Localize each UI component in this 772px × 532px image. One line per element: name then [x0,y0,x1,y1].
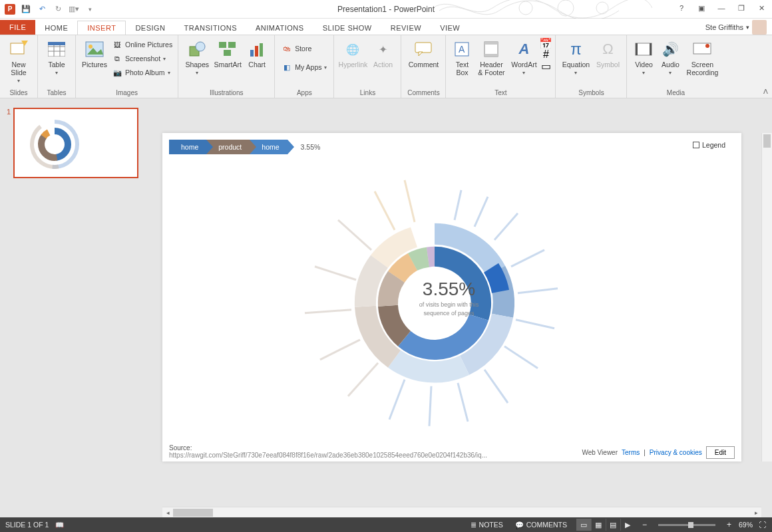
normal-view-button[interactable]: ▭ [576,519,591,531]
svg-rect-30 [650,43,652,55]
video-button[interactable]: Video▾ [631,38,656,77]
svg-line-52 [315,267,356,280]
scrollbar-thumb[interactable] [173,509,213,517]
photo-album-button[interactable]: 📷Photo Album ▾ [110,66,174,79]
group-media: Video▾ 🔊Audio▾ Screen Recording Media [627,35,724,98]
scroll-right-icon[interactable]: ▸ [751,507,761,518]
text-box-icon: A [452,39,472,59]
thumbnail-preview [13,108,138,178]
zoom-thumb[interactable] [688,522,693,528]
user-avatar [752,20,767,35]
screen-recording-button[interactable]: Screen Recording [684,38,720,78]
fit-to-window-button[interactable]: ⛶ [759,521,767,529]
svg-rect-20 [260,43,263,57]
slideshow-view-button[interactable]: ▶ [620,519,635,531]
close-button[interactable]: ✕ [752,1,771,15]
pictures-icon [85,39,104,59]
decorative-swirl [426,0,652,19]
scrollbar-thumb[interactable] [763,134,771,148]
edit-button[interactable]: Edit [706,446,735,459]
slide-sorter-button[interactable]: ▦ [591,519,606,531]
thumbnail-1[interactable]: 1 [7,108,148,178]
notes-button[interactable]: ≣NOTES [468,521,506,529]
tab-design[interactable]: DESIGN [126,21,174,35]
view-buttons: ▭ ▦ ▤ ▶ [576,519,635,531]
online-pictures-icon: 🖼 [112,39,122,50]
group-links: 🌐Hyperlink ✦Action Links [334,35,401,98]
undo-icon[interactable]: ↶ [35,2,49,17]
new-slide-button[interactable]: New Slide ▾ [4,38,33,85]
online-pictures-button[interactable]: 🖼Online Pictures [110,38,174,51]
legend-toggle[interactable]: Legend [693,141,725,149]
audio-button[interactable]: 🔊Audio▾ [658,38,683,77]
reading-view-button[interactable]: ▤ [606,519,620,531]
slide-thumbnail-pane[interactable]: 1 [0,98,154,517]
store-button[interactable]: 🛍Store [280,42,328,55]
save-icon[interactable]: 💾 [19,2,33,17]
slide-content[interactable]: home product home 3.55% Legend [162,133,741,462]
account-picker[interactable]: Ste Griffiths ▾ [705,20,767,35]
horizontal-scrollbar[interactable]: ◂ ▸ [162,507,761,517]
date-time-icon[interactable]: 📅 [540,38,551,49]
tab-animations[interactable]: ANIMATIONS [246,21,313,35]
zoom-level[interactable]: 69% [739,521,753,529]
scrollbar-track[interactable] [173,507,751,518]
zoom-slider[interactable] [658,524,715,526]
my-apps-button[interactable]: ◧My Apps ▾ [280,61,328,74]
svg-line-47 [429,386,431,426]
spell-check-icon[interactable]: 📖 [55,521,64,529]
checkbox-icon [693,142,699,148]
help-icon[interactable]: ? [672,1,691,15]
svg-line-41 [511,250,544,267]
symbol-icon: Ω [598,39,618,59]
powerpoint-logo-icon: P [3,2,17,17]
restore-button[interactable]: ❐ [732,1,751,15]
collapse-ribbon-icon[interactable]: ᐱ [763,88,768,95]
svg-rect-21 [415,43,431,53]
tab-home[interactable]: HOME [35,21,77,35]
svg-rect-26 [484,42,498,45]
group-tables: Table ▾ Tables [38,35,76,98]
start-from-beginning-icon[interactable]: ▥▾ [67,2,81,17]
svg-line-55 [405,180,415,222]
equation-button[interactable]: πEquation▾ [560,38,592,77]
ribbon-display-options-icon[interactable]: ▣ [692,1,711,15]
vertical-scrollbar[interactable] [761,133,772,462]
zoom-out-button[interactable]: − [642,520,648,529]
qat-customize-icon[interactable]: ▾ [83,2,97,17]
crumb-home[interactable]: home [169,140,206,154]
screenshot-button[interactable]: ⧉Screenshot ▾ [110,52,174,65]
svg-point-1 [558,0,574,16]
scroll-left-icon[interactable]: ◂ [162,507,173,518]
wordart-button[interactable]: AWordArt▾ [508,38,539,77]
shapes-button[interactable]: Shapes▾ [182,38,212,77]
source-url: https://rawgit.com/SteGriff/730e7eeaf084… [169,452,487,459]
text-box-button[interactable]: AText Box [450,38,474,78]
comments-button[interactable]: 💬COMMENTS [512,521,570,529]
tab-insert[interactable]: INSERT [77,21,126,35]
comment-button[interactable]: Comment [405,38,441,70]
header-footer-button[interactable]: Header & Footer [475,38,507,78]
terms-link[interactable]: Terms [622,449,640,456]
tab-transitions[interactable]: TRANSITIONS [175,21,246,35]
tab-view[interactable]: VIEW [431,21,469,35]
chart-button[interactable]: Chart [244,38,270,70]
svg-line-51 [305,310,351,313]
tab-file[interactable]: FILE [0,20,35,35]
smartart-button[interactable]: SmartArt [213,38,242,70]
group-images: Pictures 🖼Online Pictures ⧉Screenshot ▾ … [76,35,178,98]
zoom-in-button[interactable]: + [726,520,732,529]
tab-slideshow[interactable]: SLIDE SHOW [313,21,381,35]
table-button[interactable]: Table ▾ [42,38,71,77]
slide-number-icon[interactable]: # [540,49,551,60]
tab-review[interactable]: REVIEW [381,21,431,35]
object-icon[interactable]: ▭ [540,61,551,71]
status-bar: SLIDE 1 OF 1 📖 ≣NOTES 💬COMMENTS ▭ ▦ ▤ ▶ … [0,517,772,532]
redo-icon[interactable]: ↻ [51,2,65,17]
pictures-button[interactable]: Pictures [80,38,109,70]
svg-text:A: A [459,44,465,55]
comment-icon [413,39,433,59]
privacy-link[interactable]: Privacy & cookies [650,449,702,456]
minimize-button[interactable]: — [712,1,731,15]
slide-indicator[interactable]: SLIDE 1 OF 1 [5,521,49,529]
